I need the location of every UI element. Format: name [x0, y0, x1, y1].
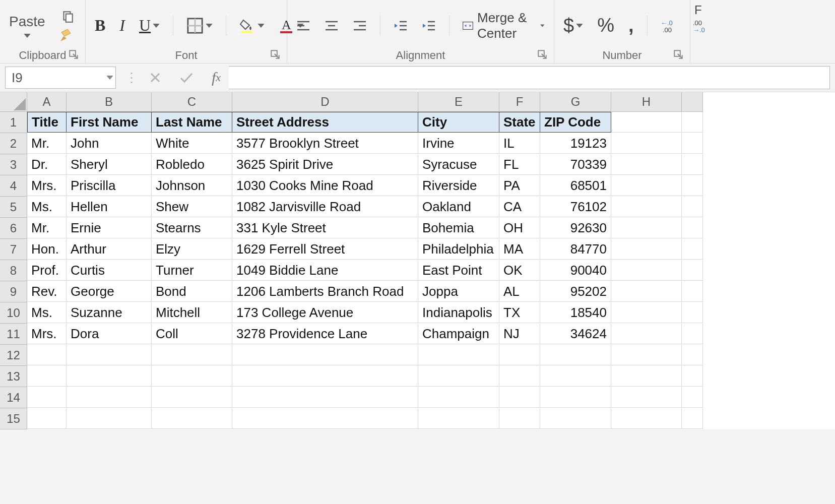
cell[interactable]	[418, 366, 499, 387]
cell[interactable]	[611, 302, 682, 323]
alignment-launcher-icon[interactable]	[536, 48, 549, 61]
cell[interactable]: Irvine	[418, 133, 499, 154]
cell[interactable]	[540, 345, 611, 365]
cell[interactable]: 92630	[540, 218, 611, 238]
format-painter-icon[interactable]	[57, 26, 78, 44]
cell[interactable]	[611, 324, 682, 344]
cell[interactable]: Ernie	[67, 218, 152, 238]
cell[interactable]: Oakland	[418, 197, 499, 217]
decrease-indent-button[interactable]	[392, 18, 410, 34]
cell[interactable]	[682, 281, 703, 302]
cell[interactable]	[611, 345, 682, 365]
cell[interactable]: 90040	[540, 260, 611, 281]
cell[interactable]	[232, 345, 418, 365]
cell[interactable]	[682, 197, 703, 217]
cell[interactable]	[27, 345, 67, 365]
cell[interactable]	[611, 175, 682, 196]
row-header[interactable]: 2	[0, 133, 27, 154]
cell[interactable]	[232, 366, 418, 387]
cell[interactable]: 68501	[540, 175, 611, 196]
column-header[interactable]: H	[611, 92, 682, 112]
cell[interactable]	[67, 345, 152, 365]
cell[interactable]: 34624	[540, 324, 611, 344]
row-header[interactable]: 7	[0, 239, 27, 260]
cell[interactable]: Shew	[152, 197, 232, 217]
paste-button[interactable]: Paste	[7, 12, 47, 32]
cell[interactable]: Mr.	[27, 133, 67, 154]
cell[interactable]: 1030 Cooks Mine Road	[232, 175, 418, 196]
cell[interactable]: Joppa	[418, 281, 499, 302]
cell[interactable]: 84770	[540, 239, 611, 260]
cell[interactable]: Bohemia	[418, 218, 499, 238]
table-header-cell[interactable]: Last Name	[152, 112, 232, 133]
cell[interactable]: FL	[499, 154, 540, 175]
cell[interactable]: 3577 Brooklyn Street	[232, 133, 418, 154]
cell[interactable]	[152, 387, 232, 408]
row-header[interactable]: 5	[0, 197, 27, 218]
cell[interactable]	[611, 260, 682, 281]
cell[interactable]	[67, 408, 152, 429]
cell[interactable]	[682, 387, 703, 408]
cell[interactable]: Suzanne	[67, 302, 152, 323]
cell[interactable]: Riverside	[418, 175, 499, 196]
row-header[interactable]: 12	[0, 345, 27, 366]
paste-dropdown[interactable]	[22, 32, 33, 40]
table-header-cell[interactable]: Title	[27, 112, 67, 133]
cell[interactable]	[611, 387, 682, 408]
cell[interactable]	[611, 239, 682, 260]
cancel-formula-button[interactable]	[147, 70, 163, 86]
cell[interactable]	[499, 366, 540, 387]
cell[interactable]	[67, 366, 152, 387]
cell[interactable]: Mrs.	[27, 324, 67, 344]
cell[interactable]: CA	[499, 197, 540, 217]
cell[interactable]: Mitchell	[152, 302, 232, 323]
cell[interactable]: Philadelphia	[418, 239, 499, 260]
row-header[interactable]: 13	[0, 366, 27, 387]
table-header-cell[interactable]: First Name	[67, 112, 152, 133]
cell[interactable]: Johnson	[152, 175, 232, 196]
row-header[interactable]: 4	[0, 175, 27, 197]
cell[interactable]: Indianapolis	[418, 302, 499, 323]
cell[interactable]	[611, 112, 682, 133]
cell[interactable]	[682, 218, 703, 238]
cell[interactable]	[682, 302, 703, 323]
column-header[interactable]: D	[232, 92, 418, 112]
cell[interactable]	[540, 408, 611, 429]
cell[interactable]	[682, 175, 703, 196]
increase-decimal-button[interactable]: ←.0.00	[659, 16, 680, 35]
cell[interactable]: Mr.	[27, 218, 67, 238]
table-header-cell[interactable]: Street Address	[232, 112, 418, 133]
cell[interactable]: George	[67, 281, 152, 302]
row-header[interactable]: 14	[0, 387, 27, 408]
formula-input[interactable]	[229, 66, 830, 89]
row-header[interactable]: 15	[0, 408, 27, 429]
cell[interactable]: MA	[499, 239, 540, 260]
cell[interactable]: Dora	[67, 324, 152, 344]
name-box[interactable]: I9	[5, 67, 116, 89]
cell[interactable]: Bond	[152, 281, 232, 302]
cell[interactable]	[682, 112, 703, 133]
table-header-cell[interactable]: City	[418, 112, 499, 133]
cell[interactable]: 76102	[540, 197, 611, 217]
cell[interactable]	[152, 345, 232, 365]
cell[interactable]: NJ	[499, 324, 540, 344]
align-right-button[interactable]	[351, 18, 369, 34]
number-launcher-icon[interactable]	[672, 48, 685, 61]
cell[interactable]	[682, 260, 703, 281]
column-header[interactable]	[682, 92, 703, 112]
borders-button[interactable]	[184, 15, 215, 36]
row-header[interactable]: 3	[0, 154, 27, 175]
cell[interactable]	[540, 366, 611, 387]
cell[interactable]	[682, 239, 703, 260]
cell[interactable]: 3278 Providence Lane	[232, 324, 418, 344]
cell[interactable]: 1206 Lamberts Branch Road	[232, 281, 418, 302]
cell[interactable]: 19123	[540, 133, 611, 154]
cell[interactable]: Dr.	[27, 154, 67, 175]
table-header-cell[interactable]: State	[499, 112, 540, 133]
column-header[interactable]: C	[152, 92, 232, 112]
row-header[interactable]: 11	[0, 324, 27, 345]
cell[interactable]	[418, 387, 499, 408]
cell[interactable]: East Point	[418, 260, 499, 281]
underline-button[interactable]: U	[137, 14, 162, 37]
cell[interactable]	[611, 408, 682, 429]
